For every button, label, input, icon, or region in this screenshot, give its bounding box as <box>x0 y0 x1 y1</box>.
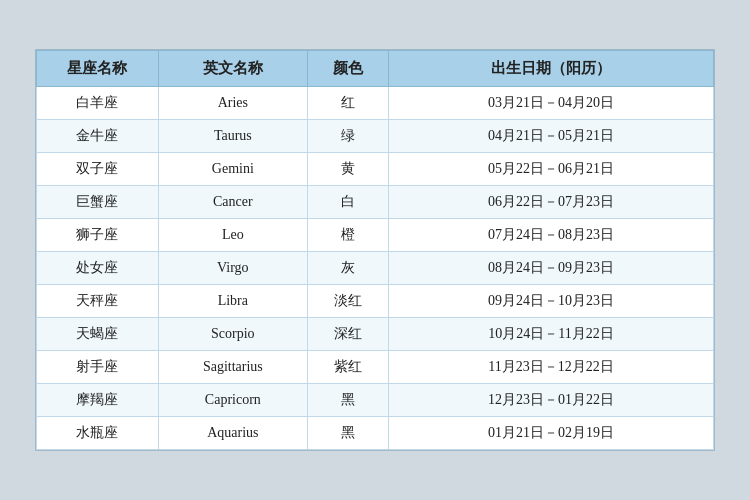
cell-english: Virgo <box>158 252 307 285</box>
cell-date: 10月24日－11月22日 <box>389 318 714 351</box>
table-row: 双子座Gemini黄05月22日－06月21日 <box>37 153 714 186</box>
cell-english: Gemini <box>158 153 307 186</box>
table-row: 射手座Sagittarius紫红11月23日－12月22日 <box>37 351 714 384</box>
cell-color: 橙 <box>307 219 388 252</box>
cell-date: 07月24日－08月23日 <box>389 219 714 252</box>
cell-color: 紫红 <box>307 351 388 384</box>
cell-color: 淡红 <box>307 285 388 318</box>
header-date: 出生日期（阳历） <box>389 51 714 87</box>
table-row: 巨蟹座Cancer白06月22日－07月23日 <box>37 186 714 219</box>
table-row: 处女座Virgo灰08月24日－09月23日 <box>37 252 714 285</box>
table-row: 狮子座Leo橙07月24日－08月23日 <box>37 219 714 252</box>
cell-date: 11月23日－12月22日 <box>389 351 714 384</box>
table-row: 天秤座Libra淡红09月24日－10月23日 <box>37 285 714 318</box>
cell-color: 黑 <box>307 384 388 417</box>
header-chinese: 星座名称 <box>37 51 159 87</box>
cell-chinese: 白羊座 <box>37 87 159 120</box>
cell-color: 黑 <box>307 417 388 450</box>
header-english: 英文名称 <box>158 51 307 87</box>
cell-date: 09月24日－10月23日 <box>389 285 714 318</box>
cell-date: 03月21日－04月20日 <box>389 87 714 120</box>
cell-chinese: 双子座 <box>37 153 159 186</box>
cell-color: 红 <box>307 87 388 120</box>
cell-english: Aquarius <box>158 417 307 450</box>
cell-date: 06月22日－07月23日 <box>389 186 714 219</box>
cell-chinese: 天蝎座 <box>37 318 159 351</box>
cell-date: 08月24日－09月23日 <box>389 252 714 285</box>
table-row: 白羊座Aries红03月21日－04月20日 <box>37 87 714 120</box>
cell-color: 白 <box>307 186 388 219</box>
cell-chinese: 巨蟹座 <box>37 186 159 219</box>
header-color: 颜色 <box>307 51 388 87</box>
table-header-row: 星座名称 英文名称 颜色 出生日期（阳历） <box>37 51 714 87</box>
cell-date: 01月21日－02月19日 <box>389 417 714 450</box>
cell-english: Libra <box>158 285 307 318</box>
cell-chinese: 天秤座 <box>37 285 159 318</box>
table-row: 摩羯座Capricorn黑12月23日－01月22日 <box>37 384 714 417</box>
table-row: 天蝎座Scorpio深红10月24日－11月22日 <box>37 318 714 351</box>
cell-english: Sagittarius <box>158 351 307 384</box>
cell-chinese: 水瓶座 <box>37 417 159 450</box>
cell-chinese: 摩羯座 <box>37 384 159 417</box>
cell-english: Capricorn <box>158 384 307 417</box>
table-row: 水瓶座Aquarius黑01月21日－02月19日 <box>37 417 714 450</box>
zodiac-table-container: 星座名称 英文名称 颜色 出生日期（阳历） 白羊座Aries红03月21日－04… <box>35 49 715 451</box>
cell-chinese: 处女座 <box>37 252 159 285</box>
cell-date: 12月23日－01月22日 <box>389 384 714 417</box>
cell-date: 04月21日－05月21日 <box>389 120 714 153</box>
cell-date: 05月22日－06月21日 <box>389 153 714 186</box>
cell-chinese: 狮子座 <box>37 219 159 252</box>
cell-english: Taurus <box>158 120 307 153</box>
cell-english: Leo <box>158 219 307 252</box>
cell-color: 绿 <box>307 120 388 153</box>
table-body: 白羊座Aries红03月21日－04月20日金牛座Taurus绿04月21日－0… <box>37 87 714 450</box>
cell-english: Cancer <box>158 186 307 219</box>
cell-english: Aries <box>158 87 307 120</box>
cell-color: 灰 <box>307 252 388 285</box>
cell-chinese: 射手座 <box>37 351 159 384</box>
zodiac-table: 星座名称 英文名称 颜色 出生日期（阳历） 白羊座Aries红03月21日－04… <box>36 50 714 450</box>
table-row: 金牛座Taurus绿04月21日－05月21日 <box>37 120 714 153</box>
cell-chinese: 金牛座 <box>37 120 159 153</box>
cell-color: 深红 <box>307 318 388 351</box>
cell-color: 黄 <box>307 153 388 186</box>
cell-english: Scorpio <box>158 318 307 351</box>
